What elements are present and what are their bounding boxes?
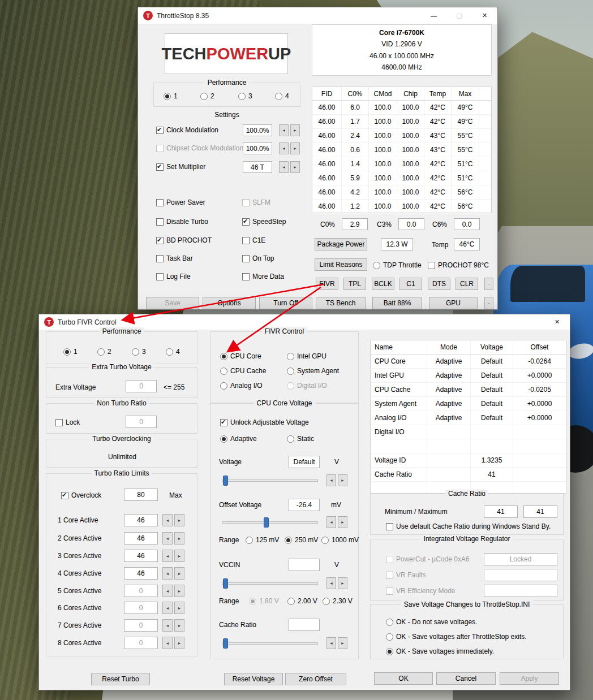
overclock-max-field[interactable]: 80 xyxy=(124,489,158,501)
fivr-performance-radio-1[interactable]: 1 xyxy=(63,348,78,356)
spin-left-button[interactable]: ◄ xyxy=(162,550,173,562)
chipset-clock-modulation-checkbox[interactable]: Chipset Clock Modulation xyxy=(156,144,243,152)
analog-io-radio[interactable]: Analog I/O xyxy=(220,382,263,390)
spin-right-button[interactable]: ► xyxy=(174,514,184,526)
cpu-cache-radio[interactable]: CPU Cache xyxy=(220,367,266,375)
spin-right-button[interactable]: ► xyxy=(290,161,300,173)
performance-radio-2[interactable]: 2 xyxy=(200,92,214,100)
offset-voltage-field[interactable]: -26.4 xyxy=(289,499,320,511)
voltage-slider[interactable] xyxy=(222,476,318,486)
fivr-close-button[interactable]: ✕ xyxy=(544,314,570,330)
core-active-field[interactable]: 46 xyxy=(124,567,158,580)
performance-radio-3[interactable]: 3 xyxy=(238,92,252,100)
voltage-field[interactable]: Default xyxy=(289,456,320,468)
clock-modulation-value[interactable]: 100.0% xyxy=(243,124,272,136)
spin-right-button[interactable]: ► xyxy=(338,474,347,486)
battery-button[interactable]: Batt 88% xyxy=(372,297,422,309)
offset-voltage-slider-thumb[interactable] xyxy=(264,517,269,528)
spin-left-button[interactable]: ◄ xyxy=(162,585,173,597)
performance-radio-1[interactable]: 1 xyxy=(164,92,178,100)
zero-offset-button[interactable]: Zero Offset xyxy=(285,673,346,685)
spin-left-button[interactable]: ◄ xyxy=(162,602,173,614)
prochot-checkbox[interactable]: PROCHOT 98°C xyxy=(428,261,489,269)
bd-prochot-checkbox[interactable]: BD PROCHOT xyxy=(156,236,212,244)
spin-right-button[interactable]: ► xyxy=(290,142,300,154)
log-file-checkbox[interactable]: Log File xyxy=(156,273,191,280)
non-turbo-ratio-field[interactable]: 0 xyxy=(126,416,157,428)
spin-right-button[interactable]: ► xyxy=(174,637,184,649)
fivr-performance-radio-2[interactable]: 2 xyxy=(97,348,111,356)
cache-ratio-slider-thumb[interactable] xyxy=(223,638,228,649)
spin-left-button[interactable]: ◄ xyxy=(279,142,289,154)
offset-voltage-slider[interactable] xyxy=(222,517,318,528)
on-top-checkbox[interactable]: On Top xyxy=(242,254,274,262)
core-active-field[interactable]: 46 xyxy=(124,550,158,562)
ts-bench-button[interactable]: TS Bench xyxy=(316,297,366,309)
spin-right-button[interactable]: ► xyxy=(174,550,184,562)
core-active-field[interactable]: 0 xyxy=(124,637,158,649)
spin-left-button[interactable]: ◄ xyxy=(326,577,336,589)
spin-right-button[interactable]: ► xyxy=(338,637,347,649)
cache-ratio-min-field[interactable]: 41 xyxy=(484,505,518,518)
adaptive-radio[interactable]: Adaptive xyxy=(220,435,257,443)
vr-faults-checkbox[interactable]: VR Faults xyxy=(386,571,426,579)
vccin-slider-thumb[interactable] xyxy=(223,578,228,589)
range-200v-radio[interactable]: 2.00 V xyxy=(287,597,317,605)
default-cache-ratio-checkbox[interactable]: Use default Cache Ratio during Windows S… xyxy=(386,522,551,530)
static-radio[interactable]: Static xyxy=(287,435,314,443)
close-button[interactable]: ✕ xyxy=(472,7,497,24)
turn-off-button[interactable]: Turn Off xyxy=(259,297,312,309)
core-active-field[interactable]: 0 xyxy=(124,585,158,597)
spin-left-button[interactable]: ◄ xyxy=(162,514,173,526)
spin-left-button[interactable]: ◄ xyxy=(279,161,289,173)
reset-turbo-button[interactable]: Reset Turbo xyxy=(91,673,150,685)
spin-right-button[interactable]: ► xyxy=(174,619,184,632)
reset-voltage-button[interactable]: Reset Voltage xyxy=(224,673,283,685)
spin-left-button[interactable]: ◄ xyxy=(162,619,173,632)
spin-left-button[interactable]: ◄ xyxy=(279,124,289,136)
range-1000mv-radio[interactable]: 1000 mV xyxy=(321,536,359,544)
range-230v-radio[interactable]: 2.30 V xyxy=(323,597,353,605)
fivr-performance-radio-3[interactable]: 3 xyxy=(132,348,146,356)
cache-ratio-max-field[interactable]: 41 xyxy=(523,505,557,518)
power-saver-checkbox[interactable]: Power Saver xyxy=(156,198,205,206)
clr-button[interactable]: CLR xyxy=(456,278,478,290)
non-turbo-lock-checkbox[interactable]: Lock xyxy=(55,418,80,426)
cpu-core-radio[interactable]: CPU Core xyxy=(220,352,261,360)
fivr-button[interactable]: FIVR xyxy=(316,278,338,290)
task-bar-checkbox[interactable]: Task Bar xyxy=(156,254,193,262)
performance-radio-4[interactable]: 4 xyxy=(275,92,289,100)
vccin-slider[interactable] xyxy=(222,578,318,589)
cancel-button[interactable]: Cancel xyxy=(436,672,496,685)
save-option-none-radio[interactable]: OK - Do not save voltages. xyxy=(386,618,477,626)
cache-ratio-field[interactable] xyxy=(289,619,320,631)
unlock-adjustable-voltage-checkbox[interactable]: Unlock Adjustable Voltage xyxy=(220,418,309,426)
range-125mv-radio[interactable]: 125 mV xyxy=(246,536,279,544)
more-data-checkbox[interactable]: More Data xyxy=(242,273,284,280)
cache-ratio-slider[interactable] xyxy=(222,638,318,649)
spin-left-button[interactable]: ◄ xyxy=(326,474,336,486)
spin-left-button[interactable]: ◄ xyxy=(162,567,173,580)
disable-turbo-checkbox[interactable]: Disable Turbo xyxy=(156,218,208,226)
vr-efficiency-checkbox[interactable]: VR Efficiency Mode xyxy=(386,587,456,595)
voltage-slider-thumb[interactable] xyxy=(223,476,228,486)
spin-left-button[interactable]: ◄ xyxy=(162,532,173,545)
spin-right-button[interactable]: ► xyxy=(174,585,184,597)
spin-right-button[interactable]: ► xyxy=(174,567,184,580)
set-multiplier-checkbox[interactable]: Set Multiplier xyxy=(156,163,205,171)
spin-right-button[interactable]: ► xyxy=(338,577,347,589)
c1-button[interactable]: C1 xyxy=(399,278,422,290)
speedstep-checkbox[interactable]: SpeedStep xyxy=(242,218,286,226)
clock-modulation-checkbox[interactable]: Clock Modulation xyxy=(156,126,218,134)
core-active-field[interactable]: 46 xyxy=(124,514,158,526)
tdp-throttle-radio[interactable]: TDP Throttle xyxy=(373,261,422,269)
options-button[interactable]: Options xyxy=(203,297,256,309)
spin-left-button[interactable]: ◄ xyxy=(162,637,173,649)
spin-left-button[interactable]: ◄ xyxy=(326,516,336,528)
save-option-immediately-radio[interactable]: OK - Save voltages immediately. xyxy=(386,647,494,655)
tpl-button[interactable]: TPL xyxy=(343,278,366,290)
dts-button[interactable]: DTS xyxy=(428,278,450,290)
limit-reasons-button[interactable]: Limit Reasons xyxy=(315,258,367,271)
core-active-field[interactable]: 0 xyxy=(124,602,158,614)
ok-button[interactable]: OK xyxy=(374,672,433,685)
